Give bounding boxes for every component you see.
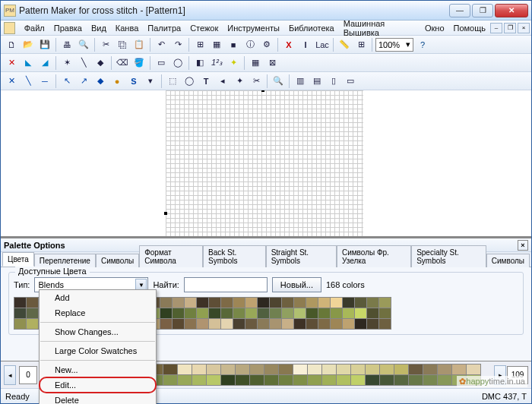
save-icon[interactable]: 💾	[37, 37, 52, 52]
redo-icon[interactable]: ↷	[170, 37, 185, 52]
swatch[interactable]	[221, 298, 233, 308]
swatch[interactable]	[192, 375, 206, 385]
swatch[interactable]	[197, 298, 208, 308]
swatch[interactable]	[160, 298, 172, 308]
close-button[interactable]: ✕	[495, 4, 528, 17]
swatch[interactable]	[258, 319, 269, 329]
arrow-tl-icon[interactable]: ↖	[59, 74, 74, 89]
menu-tools[interactable]: Инструменты	[223, 22, 284, 34]
palette-close-icon[interactable]: ×	[518, 240, 528, 251]
tab-colors[interactable]: Цвета	[2, 252, 34, 267]
swatch[interactable]	[367, 308, 378, 318]
swatch[interactable]	[331, 308, 342, 318]
cut-icon[interactable]: ✂	[98, 37, 113, 52]
menu-file[interactable]: Файл	[20, 22, 49, 34]
select-lasso-icon[interactable]: ◯	[170, 55, 185, 71]
copy-icon[interactable]: ⿻	[115, 37, 130, 52]
swatch[interactable]	[279, 375, 293, 385]
mdi-restore[interactable]: ❐	[504, 23, 516, 33]
menu-edit[interactable]: Правка	[49, 22, 87, 34]
swatch[interactable]	[14, 319, 26, 329]
paste-icon[interactable]: 📋	[131, 37, 147, 52]
maximize-button[interactable]: ❐	[472, 4, 493, 17]
new-button[interactable]: Новый...	[272, 277, 321, 292]
stitch-view-icon[interactable]: ▦	[209, 37, 224, 52]
swatch[interactable]	[163, 375, 177, 385]
swatch[interactable]	[197, 319, 208, 329]
back-stitch-icon[interactable]: ╲	[76, 55, 91, 71]
canvas[interactable]	[1, 90, 531, 237]
tab-backst[interactable]: Back St. Symbols	[203, 245, 266, 267]
fill-icon[interactable]: 🪣	[131, 55, 147, 71]
petite-icon[interactable]: ✶	[59, 55, 74, 71]
cm-edit[interactable]: Edit...	[40, 377, 156, 393]
swatch[interactable]	[282, 319, 293, 329]
swatch[interactable]	[207, 375, 220, 385]
swatch[interactable]	[209, 298, 220, 308]
swatch[interactable]	[355, 308, 366, 318]
swatch[interactable]	[282, 298, 293, 308]
new-icon[interactable]: 🗋	[4, 37, 19, 52]
scroll-left-icon[interactable]: ◂	[4, 365, 16, 385]
prev-icon[interactable]: ◂	[215, 74, 230, 89]
swatch[interactable]	[394, 365, 408, 374]
tab-weave[interactable]: Переплетение	[34, 254, 96, 267]
machine-view-icon[interactable]: ⚙	[259, 37, 274, 52]
menu-stitch[interactable]: Стежок	[185, 22, 223, 34]
swatch[interactable]	[331, 298, 342, 308]
swatch[interactable]	[294, 298, 306, 308]
palette-index-0[interactable]: 0	[19, 366, 37, 384]
print-icon[interactable]: 🖶	[59, 37, 74, 52]
swatch[interactable]	[197, 308, 208, 318]
swatch[interactable]	[207, 365, 220, 374]
swatch[interactable]	[331, 319, 342, 329]
zoom-tool-icon[interactable]: 🔍	[271, 74, 286, 89]
draw-line-icon[interactable]: ─	[37, 74, 52, 89]
swatch[interactable]	[250, 375, 264, 385]
swatch[interactable]	[233, 319, 245, 329]
swatch[interactable]	[236, 365, 249, 374]
mdi-icon[interactable]	[4, 22, 15, 34]
menu-window[interactable]: Окно	[420, 22, 449, 34]
ruler-icon[interactable]: 📏	[337, 37, 352, 52]
swatch[interactable]	[343, 308, 354, 318]
grid-toggle-icon[interactable]: ▦	[248, 55, 263, 71]
swatch[interactable]	[173, 298, 184, 308]
swatch[interactable]	[270, 298, 281, 308]
swatch[interactable]	[367, 298, 378, 308]
swatch[interactable]	[308, 375, 321, 385]
swatch[interactable]	[308, 365, 321, 374]
swatch[interactable]	[233, 298, 245, 308]
swatch[interactable]	[250, 365, 264, 374]
swatch[interactable]	[294, 319, 306, 329]
swatch[interactable]	[379, 319, 391, 329]
label-mode-icon[interactable]: 1²₃	[209, 55, 224, 71]
swatch[interactable]	[27, 308, 38, 318]
menu-canvas[interactable]: Канва	[111, 22, 143, 34]
help-icon[interactable]: ?	[415, 37, 430, 52]
circle-icon[interactable]: ●	[109, 74, 125, 89]
swatch[interactable]	[14, 308, 26, 318]
swatch[interactable]	[245, 298, 257, 308]
grid-off-icon[interactable]: ⊠	[264, 55, 280, 71]
swatch[interactable]	[264, 375, 278, 385]
swatch[interactable]	[380, 365, 394, 374]
panel1-icon[interactable]: ▥	[293, 74, 308, 89]
swatch[interactable]	[423, 365, 437, 374]
swatch[interactable]	[258, 298, 269, 308]
swatch[interactable]	[467, 365, 480, 374]
swatch[interactable]	[322, 365, 336, 374]
tab-specialty[interactable]: Specialty St. Symbols	[411, 245, 486, 267]
swatch[interactable]	[173, 308, 184, 318]
swatch[interactable]	[423, 375, 437, 385]
swatch[interactable]	[409, 365, 423, 374]
swatch[interactable]	[233, 308, 245, 318]
tab-sym2[interactable]: Символы	[486, 254, 530, 267]
swatch[interactable]	[163, 365, 177, 374]
open-icon[interactable]: 📂	[21, 37, 36, 52]
minimize-button[interactable]: —	[449, 4, 470, 17]
cm-large-swatches[interactable]: Large Color Swatches	[40, 343, 156, 358]
menu-library[interactable]: Библиотека	[284, 22, 339, 34]
swatch[interactable]	[270, 308, 281, 318]
swatch[interactable]	[366, 365, 379, 374]
